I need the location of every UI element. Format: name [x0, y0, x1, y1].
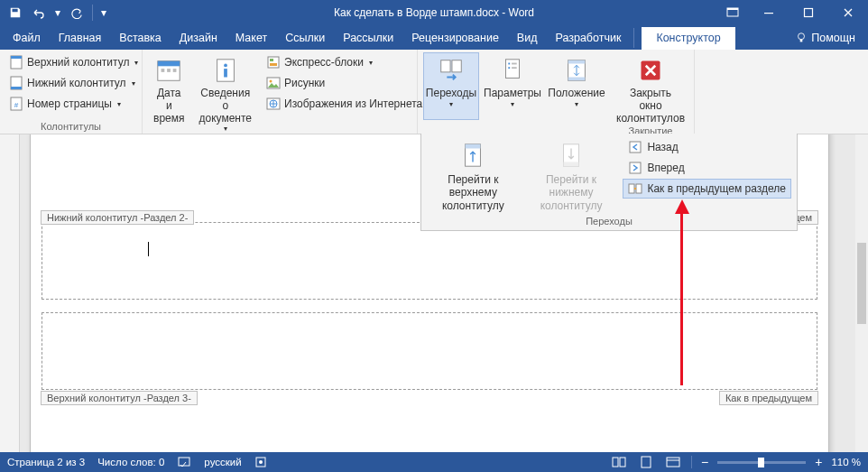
tell-me[interactable]: Помощн: [788, 32, 868, 50]
scrollbar-thumb[interactable]: [857, 243, 866, 324]
tab-review[interactable]: Рецензирование: [402, 27, 508, 50]
date-time-button[interactable]: Дата и время: [148, 52, 189, 134]
calendar-icon: [154, 56, 183, 85]
svg-rect-51: [642, 457, 651, 467]
nav-forward-button[interactable]: Вперед: [623, 158, 791, 178]
footer-icon: [9, 76, 23, 90]
save-icon[interactable]: [5, 3, 25, 23]
header-zone[interactable]: [42, 312, 817, 390]
group-close: Закрыть окно колонтитулов Закрытие: [607, 50, 695, 134]
svg-rect-35: [568, 60, 586, 64]
svg-rect-13: [158, 61, 180, 67]
tab-insert[interactable]: Вставка: [110, 27, 170, 50]
close-x-icon: [636, 56, 665, 85]
quick-parts-button[interactable]: Экспресс-блоки▾: [263, 52, 426, 72]
nav-back-button[interactable]: Назад: [623, 137, 791, 157]
svg-rect-27: [441, 60, 450, 72]
footer-label: Нижний колонтитул: [27, 77, 126, 89]
header-label: Верхний колонтитул: [27, 56, 129, 69]
online-pictures-button[interactable]: Изображения из Интернета: [263, 94, 426, 114]
status-page[interactable]: Страница 2 из 3: [7, 457, 85, 467]
redo-icon[interactable]: [67, 3, 87, 23]
footer-zone[interactable]: [42, 222, 817, 300]
vertical-ruler: [0, 134, 20, 452]
footer-button[interactable]: Нижний колонтитул▾: [5, 73, 142, 93]
vertical-scrollbar[interactable]: [855, 134, 868, 452]
svg-rect-2: [764, 13, 773, 14]
tab-view[interactable]: Вид: [508, 27, 547, 50]
svg-rect-21: [270, 59, 273, 61]
pictures-button[interactable]: Рисунки: [263, 73, 426, 93]
ribbon-options-icon[interactable]: [716, 0, 749, 25]
group-headers-footers: Верхний колонтитул▾ Нижний колонтитул▾ #…: [0, 50, 143, 134]
tab-design[interactable]: Дизайн: [171, 27, 226, 50]
back-icon: [628, 140, 642, 154]
header-tag: Верхний колонтитул -Раздел 3-: [41, 391, 198, 405]
doc-info-button[interactable]: Сведения о документе▾: [193, 52, 257, 134]
minimize-icon[interactable]: [749, 0, 789, 25]
zoom-level[interactable]: 110 %: [831, 457, 861, 467]
tab-constructor[interactable]: Конструктор: [642, 27, 734, 50]
footer-tag: Нижний колонтитул -Раздел 2-: [41, 210, 194, 225]
goto-footer-icon: [557, 141, 586, 170]
group-insert: Дата и время Сведения о документе▾ Экспр…: [143, 50, 418, 134]
close-icon[interactable]: [828, 0, 868, 25]
options-button[interactable]: Параметры▾: [483, 52, 542, 120]
svg-rect-42: [630, 142, 641, 153]
svg-rect-3: [805, 9, 813, 17]
print-layout-icon[interactable]: [637, 455, 655, 469]
svg-rect-33: [512, 67, 517, 69]
position-icon: [562, 56, 591, 85]
forward-icon: [628, 161, 642, 175]
svg-rect-30: [508, 63, 510, 65]
tab-file[interactable]: Файл: [4, 27, 50, 50]
svg-point-24: [270, 80, 272, 83]
svg-rect-31: [512, 63, 517, 65]
panel-label: Переходы: [427, 214, 791, 228]
tab-layout[interactable]: Макет: [226, 27, 276, 50]
read-mode-icon[interactable]: [610, 455, 628, 469]
svg-rect-39: [466, 144, 481, 149]
undo-dropdown-icon[interactable]: ▾: [52, 3, 63, 23]
page-number-button[interactable]: # Номер страницы▾: [5, 94, 142, 114]
undo-icon[interactable]: [29, 3, 49, 23]
svg-point-48: [259, 460, 263, 464]
header-icon: [9, 55, 23, 69]
svg-rect-41: [564, 162, 579, 167]
svg-rect-19: [224, 69, 227, 77]
zoom-in-button[interactable]: +: [815, 455, 822, 469]
doc-info-icon: [211, 56, 240, 85]
window-controls: [662, 0, 868, 25]
web-layout-icon[interactable]: [664, 455, 682, 469]
position-button[interactable]: Положение▾: [546, 52, 607, 120]
qat-customize-icon[interactable]: ▾: [98, 3, 109, 23]
close-hf-button[interactable]: Закрыть окно колонтитулов: [613, 52, 688, 125]
header-button[interactable]: Верхний колонтитул▾: [5, 52, 142, 72]
tab-references[interactable]: Ссылки: [276, 27, 334, 50]
svg-rect-43: [630, 162, 641, 173]
tab-developer[interactable]: Разработчик: [546, 27, 630, 50]
tell-me-label: Помощн: [811, 32, 855, 44]
maximize-icon[interactable]: [789, 0, 828, 25]
transitions-button[interactable]: Переходы▾: [423, 52, 479, 120]
svg-rect-22: [270, 63, 277, 66]
zoom-slider[interactable]: [717, 461, 806, 464]
svg-rect-20: [268, 57, 279, 68]
online-picture-icon: [266, 97, 281, 111]
status-language[interactable]: русский: [204, 457, 241, 467]
link-to-previous-button[interactable]: Как в предыдущем разделе: [623, 179, 791, 199]
spellcheck-icon[interactable]: [177, 456, 191, 468]
zoom-slider-knob[interactable]: [758, 458, 764, 467]
svg-point-18: [224, 64, 227, 68]
svg-rect-14: [162, 69, 165, 72]
text-cursor: [148, 242, 149, 256]
status-words[interactable]: Число слов: 0: [97, 457, 164, 467]
group-navigation: Переходы▾ Параметры▾ Положение▾: [418, 50, 607, 134]
zoom-out-button[interactable]: −: [701, 455, 708, 469]
goto-header-icon: [458, 141, 487, 170]
svg-rect-15: [167, 69, 171, 72]
tab-home[interactable]: Главная: [50, 27, 111, 50]
macro-icon[interactable]: [254, 456, 267, 468]
tab-mailings[interactable]: Рассылки: [334, 27, 402, 50]
goto-header-button[interactable]: Перейти к верхнему колонтитулу: [427, 137, 520, 214]
